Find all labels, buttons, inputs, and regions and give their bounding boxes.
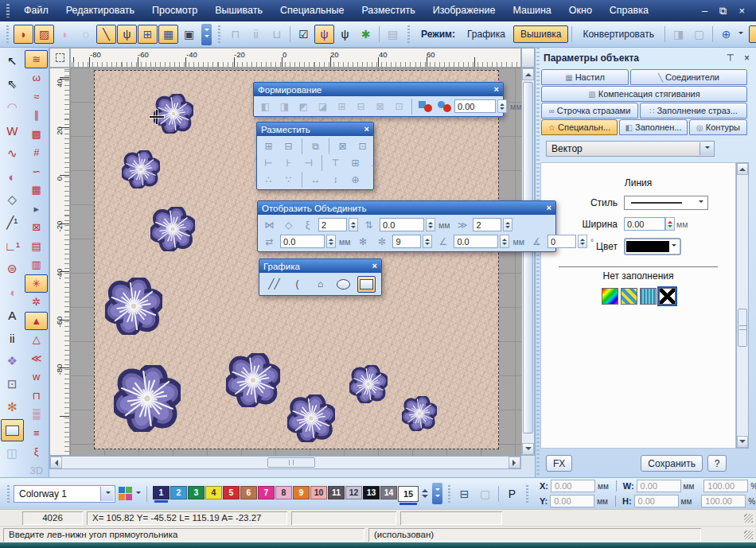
more-tools-icon[interactable]: ▸	[25, 200, 48, 218]
toolbar-grip[interactable]	[218, 25, 220, 43]
thread-color-11[interactable]: 11	[328, 486, 345, 499]
monogram-tool[interactable]: ❖	[1, 350, 24, 372]
wave-merge-icon[interactable]: ξ	[298, 216, 317, 233]
rectangle-tool[interactable]	[1, 419, 24, 441]
offset-value-input[interactable]: 0.00	[454, 99, 496, 113]
intersect-icon[interactable]: ◩	[294, 98, 313, 115]
panel-scroll-thumb[interactable]	[738, 309, 747, 347]
vertical-scroll-track[interactable]	[522, 80, 534, 443]
height-input[interactable]: 0.00	[634, 495, 679, 507]
vertical-scroll-thumb[interactable]	[523, 82, 533, 433]
hatched-circle-tool[interactable]: ⊜	[1, 258, 24, 280]
close-icon[interactable]: ×	[744, 52, 750, 64]
flower-object-7[interactable]	[287, 394, 335, 442]
resize-grip[interactable]	[744, 531, 753, 539]
arrange-toolbar[interactable]: Разместить × ⊞⊟⧉⊠⊡ ⊢⊦⊣⊤⊞⊥ ∴∵↔↕⊕	[256, 122, 374, 190]
tab-rhinestone-fill[interactable]: ∷ Заполнение страз...	[640, 103, 747, 119]
spinner[interactable]	[426, 218, 435, 231]
simulate-icon[interactable]: ii	[246, 25, 266, 44]
bar-fill-icon[interactable]: ∥	[25, 107, 48, 125]
tab-special[interactable]: ☆ Специальн...	[541, 119, 618, 135]
minimize-button[interactable]: –	[702, 5, 707, 17]
dropdown-arrow-icon[interactable]	[699, 142, 713, 155]
ring-segment-tool[interactable]: ◠	[1, 96, 24, 119]
scatter-count-input[interactable]: 9	[392, 235, 421, 248]
crescent-tool[interactable]: ◖	[1, 281, 24, 303]
arc-fill-icon[interactable]: ∽	[25, 162, 48, 181]
tab-fill[interactable]: ◧ Заполнен...	[619, 119, 688, 135]
mirror-columns-tool[interactable]: ◫	[1, 442, 24, 464]
distance-input[interactable]: 0.0	[454, 235, 498, 248]
cutwork-tool[interactable]: ◐	[1, 165, 24, 188]
texture-fill-icon[interactable]: ▩	[25, 125, 48, 143]
spinner[interactable]	[500, 235, 509, 248]
line-draw-icon[interactable]: ╱╱	[265, 276, 283, 293]
help-button[interactable]: ?	[707, 455, 727, 472]
line-width-spinner[interactable]	[665, 217, 675, 231]
hoop-position-icon[interactable]: ⊓	[225, 25, 245, 44]
zigzag-line-icon[interactable]: w	[25, 368, 48, 387]
thread-color-7[interactable]: 7	[258, 486, 275, 499]
combine-icon[interactable]: ⊡	[390, 98, 408, 115]
scatter-a-icon[interactable]: ✻	[353, 233, 372, 250]
thread-chart-icon[interactable]: P	[502, 484, 522, 503]
globe-dropdown-arrow[interactable]	[738, 32, 743, 37]
menu-item-7[interactable]: Изображение	[424, 5, 505, 16]
horizontal-gap-icon[interactable]: ⇄	[260, 233, 279, 250]
toolbar-grip[interactable]	[526, 485, 528, 503]
horizontal-scroll-thumb[interactable]	[267, 457, 315, 468]
distribute-v-icon[interactable]: ∵	[279, 171, 298, 188]
spinner[interactable]	[578, 235, 587, 248]
gradient-fill-swatch[interactable]	[602, 288, 618, 305]
menu-item-5[interactable]: Специальные	[271, 5, 353, 16]
toolbar-grip[interactable]	[448, 485, 450, 503]
burst-fill-icon[interactable]: ✳	[25, 274, 48, 293]
flower-object-4[interactable]	[105, 278, 162, 335]
arc-draw-icon[interactable]: (	[288, 276, 306, 293]
spinner[interactable]	[503, 218, 512, 231]
dashed-shape-icon[interactable]: ◌	[76, 25, 95, 44]
close-icon[interactable]: ×	[372, 262, 377, 270]
thread-color-12[interactable]: 12	[345, 486, 362, 499]
thread-color-15[interactable]: 15	[398, 486, 419, 502]
tab-pull-compensation[interactable]: ▥ Компенсация стягивания	[541, 86, 747, 102]
vertical-scrollbar[interactable]	[521, 68, 535, 456]
hatch-fill-icon[interactable]: ▨	[34, 25, 54, 44]
menu-item-9[interactable]: Окно	[560, 5, 601, 16]
y-input[interactable]: 0.00	[550, 495, 594, 507]
image-icon[interactable]: ▣	[179, 25, 199, 44]
scribble-fill-icon[interactable]: ξ	[25, 443, 48, 461]
panel-scroll-down-button[interactable]	[737, 436, 748, 448]
offset-spinner[interactable]	[497, 99, 507, 113]
node-line-icon[interactable]: ╲	[96, 25, 116, 44]
design-to-machine-icon[interactable]: ◨	[668, 25, 688, 44]
align-left-icon[interactable]: ⊢	[259, 154, 278, 171]
panel-scrollbar[interactable]	[736, 162, 749, 449]
connection-node-icon[interactable]: ✱	[356, 25, 376, 44]
polygon-node-tool[interactable]: ◇	[1, 188, 24, 211]
tab-rhinestone-run[interactable]: ∞ Строчка стразами	[541, 103, 638, 119]
flower-object-5[interactable]	[114, 365, 181, 432]
fx-button[interactable]: FX	[546, 455, 572, 472]
horizontal-scroll-track[interactable]	[62, 457, 509, 468]
unlock-icon[interactable]: ⊡	[353, 138, 372, 154]
thread-color-4[interactable]: 4	[205, 486, 222, 499]
ruler-origin-button[interactable]	[49, 48, 70, 68]
rectangle-draw-icon[interactable]	[357, 276, 376, 293]
tree-line-icon[interactable]: △	[25, 331, 48, 349]
distribute-h-icon[interactable]: ∴	[259, 171, 278, 188]
restore-button[interactable]: ⧉	[719, 5, 727, 17]
menu-item-3[interactable]: Просмотр	[143, 5, 206, 16]
grid-fill-icon[interactable]: #	[25, 144, 48, 162]
flower-object-9[interactable]	[402, 396, 437, 431]
align-top-icon[interactable]: ⊤	[326, 154, 345, 171]
hoop-out-icon[interactable]: ⊔	[267, 25, 286, 44]
angle-input[interactable]: 0	[548, 235, 576, 248]
scroll-down-button[interactable]	[522, 443, 534, 455]
pattern-a-icon[interactable]: ⊠	[25, 219, 48, 237]
tab-contours[interactable]: ◎ Контуры	[689, 119, 747, 135]
grid-icon[interactable]: ⊞	[138, 25, 158, 44]
thread-color-5[interactable]: 5	[223, 486, 240, 499]
divide-icon[interactable]: ⊠	[371, 98, 389, 115]
repeat-columns-icon[interactable]: ≫	[453, 216, 471, 233]
